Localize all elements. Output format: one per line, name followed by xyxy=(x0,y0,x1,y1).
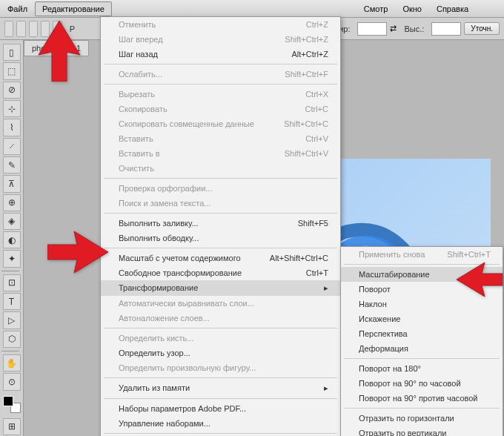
menu-separator xyxy=(104,64,337,65)
submenu-item-label: Отразить по горизонтали xyxy=(359,414,454,423)
zoom-tool-icon[interactable]: ⊙ xyxy=(3,373,21,390)
foreground-color-swatch[interactable] xyxy=(3,396,13,406)
menu-shortcut: Ctrl+T xyxy=(306,268,328,277)
submenu-item-label: Поворот на 90° по часовой xyxy=(359,379,461,388)
stamp-tool-icon[interactable]: ⊼ xyxy=(3,175,21,192)
menu-item-label: Очистить xyxy=(119,164,154,173)
gradient-tool-icon[interactable]: ◐ xyxy=(3,231,21,248)
menu-file[interactable]: Файл xyxy=(0,1,35,16)
hand-tool-icon[interactable]: ✋ xyxy=(3,354,21,371)
blur-tool-icon[interactable]: ✦ xyxy=(3,250,21,267)
submenu-item[interactable]: Поворот на 180° xyxy=(341,361,503,376)
submenu-item[interactable]: Отразить по вертикали xyxy=(341,426,503,436)
color-swatches[interactable] xyxy=(3,396,21,413)
eraser-tool-icon[interactable]: ◈ xyxy=(3,213,21,230)
menu-item[interactable]: Управление наборами... xyxy=(101,416,340,431)
submenu-item[interactable]: Поворот на 90° против часовой xyxy=(341,391,503,406)
menu-shortcut: Alt+Shift+Ctrl+C xyxy=(270,254,328,262)
submenu-item[interactable]: Деформация xyxy=(341,341,503,356)
menu-separator xyxy=(104,398,337,399)
menu-view[interactable]: Смотр xyxy=(357,1,396,16)
path-tool-icon[interactable]: ▷ xyxy=(3,311,21,328)
menu-item: Вставить вShift+Ctrl+V xyxy=(101,146,340,161)
eyedropper-tool-icon[interactable]: ⟋ xyxy=(3,138,21,155)
width-input[interactable] xyxy=(357,22,387,36)
menu-item[interactable]: Определить узор... xyxy=(101,346,340,360)
menu-item[interactable]: Свободное трансформированиеCtrl+T xyxy=(101,265,340,280)
menu-item[interactable]: Масштаб с учетом содержимогоAlt+Shift+Ct… xyxy=(101,251,340,265)
menu-item-label: Автоматически выравнивать слои... xyxy=(119,299,254,308)
menu-shortcut: Ctrl+X xyxy=(305,90,328,99)
refine-button[interactable]: Уточн. xyxy=(464,22,500,35)
height-input[interactable] xyxy=(431,22,461,36)
menu-separator xyxy=(104,433,337,434)
menu-item: Очистить xyxy=(101,161,340,176)
menu-item-label: Трансформирование xyxy=(119,283,198,293)
heal-tool-icon[interactable]: ⊕ xyxy=(3,194,21,211)
swap-icon[interactable]: ⇄ xyxy=(390,24,397,33)
brush-tool-icon[interactable]: ✎ xyxy=(3,156,21,174)
submenu-item[interactable]: Отразить по горизонтали xyxy=(341,411,503,426)
height-label: Выс.: xyxy=(399,24,428,33)
menu-item-label: Свободное трансформирование xyxy=(119,268,242,277)
submenu-item-label: Поворот на 180° xyxy=(359,364,421,373)
menu-item[interactable]: Выполнить обводку... xyxy=(101,231,340,245)
menu-shortcut: Alt+Ctrl+Z xyxy=(291,50,328,59)
menu-separator xyxy=(104,248,337,248)
lasso-tool-icon[interactable]: ⊘ xyxy=(3,82,21,99)
submenu-item[interactable]: Перспектива xyxy=(341,326,503,341)
menu-shortcut: Shift+Ctrl+V xyxy=(285,149,328,158)
submenu-item-label: Отразить по вертикали xyxy=(359,429,446,436)
menu-item: Определить кисть... xyxy=(101,331,340,346)
submenu-item: Применить сноваShift+Ctrl+T xyxy=(341,247,503,262)
menu-separator xyxy=(104,377,337,378)
shape-tool-icon[interactable]: ⬡ xyxy=(3,331,21,348)
menu-help[interactable]: Справка xyxy=(429,1,476,16)
menu-item: Проверка орфографии... xyxy=(101,181,340,196)
menu-item[interactable]: Выполнить заливку...Shift+F5 xyxy=(101,216,340,231)
submenu-item[interactable]: Искажение xyxy=(341,311,503,326)
menu-shortcut: Ctrl+Z xyxy=(306,20,328,29)
type-tool-icon[interactable]: T xyxy=(3,293,21,310)
menu-shortcut: Shift+Ctrl+C xyxy=(284,119,328,128)
menu-item: ОтменитьCtrl+Z xyxy=(101,17,340,32)
submenu-item-label: Искажение xyxy=(359,314,400,323)
marquee-mode-button[interactable] xyxy=(16,21,25,37)
menu-item-label: Определить узор... xyxy=(119,349,190,357)
menu-item[interactable]: Удалить из памяти▸ xyxy=(101,380,340,396)
quickmask-tool-icon[interactable]: ⊞ xyxy=(3,418,21,435)
menu-separator xyxy=(344,408,500,409)
crop-tool-icon[interactable]: ⌇ xyxy=(3,119,21,136)
tool-separator xyxy=(1,351,19,351)
annotation-arrow-icon xyxy=(37,21,82,83)
menu-item[interactable]: Шаг назадAlt+Ctrl+Z xyxy=(101,47,340,62)
tool-separator xyxy=(1,271,19,271)
svg-marker-0 xyxy=(39,21,80,82)
menu-separator xyxy=(104,213,337,214)
menu-item: СкопироватьCtrl+C xyxy=(101,102,340,116)
menu-item[interactable]: Трансформирование▸ xyxy=(101,280,340,296)
marquee-tool-icon[interactable]: ⬚ xyxy=(3,62,21,79)
menu-shortcut: Shift+Ctrl+Z xyxy=(285,35,328,44)
submenu-arrow-icon: ▸ xyxy=(316,283,328,293)
menu-separator xyxy=(344,358,500,359)
menu-item-label: Скопировать xyxy=(119,105,168,113)
svg-marker-2 xyxy=(457,262,503,297)
pen-tool-icon[interactable]: ⊡ xyxy=(3,274,21,291)
menu-edit[interactable]: Редактирование xyxy=(35,1,112,16)
menu-item-label: Поиск и замена текста... xyxy=(119,199,211,208)
tool-preset-button[interactable] xyxy=(4,21,13,37)
menu-item-label: Шаг вперед xyxy=(119,35,163,44)
menu-item-label: Автоналожение слоев... xyxy=(119,314,210,323)
wand-tool-icon[interactable]: ⊹ xyxy=(3,100,21,117)
submenu-item[interactable]: Поворот на 90° по часовой xyxy=(341,376,503,391)
menu-item-label: Ослабить... xyxy=(119,70,162,79)
menu-item-label: Проверка орфографии... xyxy=(119,184,212,193)
move-tool-icon[interactable]: ▯ xyxy=(3,44,21,61)
menu-item: ВырезатьCtrl+X xyxy=(101,87,340,102)
menu-item-label: Шаг назад xyxy=(119,50,158,59)
menu-shortcut: Shift+F5 xyxy=(298,219,328,228)
menu-window[interactable]: Окно xyxy=(395,1,429,16)
menu-item: Автоматически выравнивать слои... xyxy=(101,296,340,311)
menu-item[interactable]: Наборы параметров Adobe PDF... xyxy=(101,401,340,416)
